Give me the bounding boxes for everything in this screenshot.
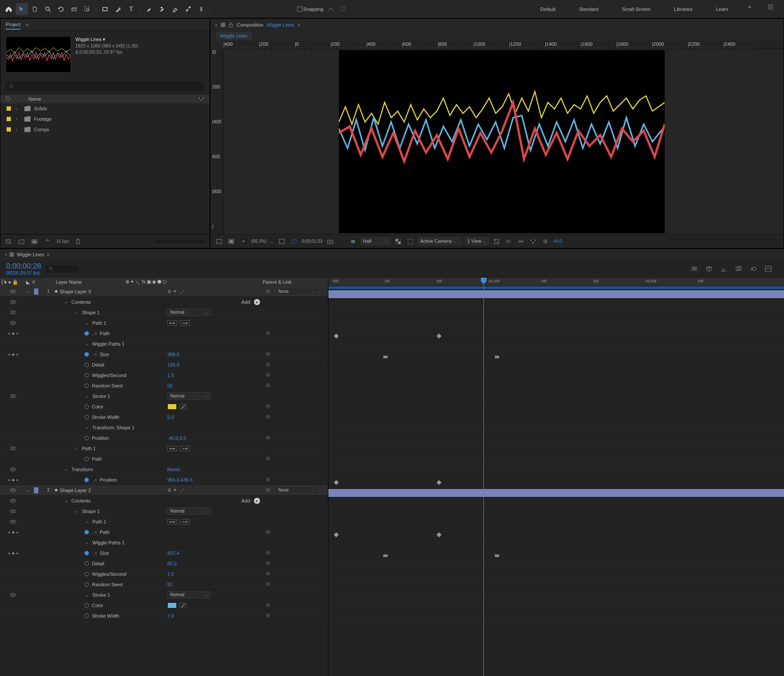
property-row[interactable]: ◂◆▸ ⩘Position 956.0,436.5 ◎ [0,475,328,485]
video-column-icon[interactable] [2,279,3,285]
guides-icon[interactable] [406,237,415,246]
keyframe-nav[interactable]: ◂◆▸ [0,331,26,336]
frame-blend-icon[interactable] [733,264,744,274]
current-time[interactable]: 0;00;00;28 [6,262,41,271]
playhead[interactable] [483,278,484,676]
lock-icon[interactable] [229,22,233,27]
path-button-icon[interactable]: ⟷ [167,320,177,326]
pickwhip-icon[interactable]: ◎ [266,529,273,535]
add-menu-icon[interactable]: ▸ [254,498,260,504]
draft3d-icon[interactable] [704,264,714,274]
pickwhip-icon[interactable]: ◎ [266,571,273,577]
property-row[interactable]: ⌄Path 1 ⟷⟶ [0,443,328,454]
composition-canvas[interactable] [339,50,665,233]
pickwhip-icon[interactable]: ◎ [266,476,273,483]
property-row[interactable]: ⌄Transform Reset [0,464,328,475]
text-tool-icon[interactable]: T [125,3,137,15]
roto-tool-icon[interactable] [182,3,194,15]
stopwatch-icon[interactable] [84,614,89,618]
stopwatch-icon[interactable] [84,384,89,388]
pen-tool-icon[interactable] [112,3,124,15]
visibility-icon[interactable] [10,520,16,523]
pickwhip-icon[interactable]: ◎ [266,455,273,462]
channel-icon[interactable] [348,237,357,246]
property-row[interactable]: Stroke Width 5.0 ◎ [0,412,328,422]
graph-icon[interactable]: ⩘ [92,530,97,535]
pickwhip-icon[interactable]: ◎ [266,581,273,588]
stopwatch-icon[interactable] [84,373,89,377]
home-icon[interactable] [3,3,15,15]
property-row[interactable]: Wiggles/Second 1.5 ◎ [0,569,328,579]
flowchart-icon[interactable] [529,237,537,246]
layer-row[interactable]: ⌄ 2 ★Shape Layer 2 ⊕✦／ ◎None⌄ [0,485,328,496]
property-row[interactable]: ⌄Path 1 ⟷⟶ [0,516,328,527]
stopwatch-icon[interactable] [84,551,89,555]
blend-mode-select[interactable]: Normal⌄ [167,591,211,598]
property-row[interactable]: Stroke Width 7.0 ◎ [0,611,328,621]
pickwhip-icon[interactable]: ◎ [266,351,273,357]
property-row[interactable]: ◂◆▸ ⩘Size 437.4 ◎ [0,548,328,558]
shy-icon[interactable] [719,264,729,274]
property-value[interactable]: 7.0 [167,613,174,618]
property-row[interactable]: ⌄Stroke 1 Normal⌄ [0,590,328,600]
bit-depth-icon[interactable] [43,237,52,246]
keyframe-nav[interactable]: ◂◆▸ [0,530,26,534]
property-row[interactable]: ⌄Path 1 ⟷⟶ [0,318,328,328]
interpret-footage-icon[interactable] [4,237,13,246]
path-button-icon[interactable]: ⟷ [167,519,177,524]
graph-editor-icon[interactable] [763,264,774,274]
visibility-icon[interactable] [10,489,16,492]
pickwhip-icon[interactable]: ◎ [266,403,273,410]
blend-mode-select[interactable]: Normal⌄ [167,309,211,316]
property-value[interactable]: 1.5 [167,373,174,378]
panel-menu-icon[interactable]: ≡ [298,22,301,27]
graph-icon[interactable]: ⩘ [92,550,97,556]
property-row[interactable]: ◂◆▸ ⩘Size 388.8 ◎ [0,349,328,360]
property-row[interactable]: Path ◎ [0,454,328,464]
visibility-icon[interactable] [10,499,16,503]
keyframe-nav[interactable]: ◂◆▸ [0,478,26,482]
stopwatch-icon[interactable] [84,582,89,587]
property-row[interactable]: Wiggles/Second 1.5 ◎ [0,370,328,380]
pickwhip-icon[interactable]: ◎ [266,602,273,608]
flowchart-tab[interactable]: Wiggle Lines [216,32,252,40]
overflow-icon[interactable]: » [748,4,751,14]
property-value[interactable]: 52 [167,582,172,587]
stopwatch-icon[interactable] [84,331,89,336]
keyframe-nav[interactable]: ◂◆▸ [0,551,26,555]
property-row[interactable]: Position -40.0,0.0 ◎ [0,433,328,443]
resolution-icon[interactable] [277,237,286,246]
trash-icon[interactable] [74,237,82,246]
property-value[interactable]: 388.8 [167,352,179,357]
visibility-icon[interactable] [10,290,16,293]
property-row[interactable]: ⌄Wiggle Paths 1 [0,339,328,349]
composition-thumbnail[interactable] [6,36,71,73]
visibility-icon[interactable] [10,311,16,314]
visibility-icon[interactable] [10,394,16,398]
pickwhip-icon[interactable]: ◎ [266,288,273,295]
new-comp-icon[interactable] [30,237,39,246]
rotate-tool-icon[interactable] [68,3,80,15]
workspace-standard[interactable]: Standard [575,4,602,14]
graph-icon[interactable]: ⩘ [92,331,97,336]
pixel-aspect-icon[interactable] [492,237,501,246]
visibility-icon[interactable] [10,300,16,304]
zoom-tool-icon[interactable] [42,3,54,15]
blend-mode-select[interactable]: Normal⌄ [167,392,211,400]
property-row[interactable]: ⌄Transform: Shape 1 [0,422,328,433]
property-value[interactable]: 85.0 [167,561,176,566]
property-value[interactable]: 5.0 [167,414,174,420]
stopwatch-icon[interactable] [84,530,89,534]
snapshot-icon[interactable] [326,237,335,246]
selection-tool-icon[interactable] [16,3,28,15]
exposure-value[interactable]: +0.0 [553,239,562,244]
stopwatch-icon[interactable] [84,457,89,461]
panel-menu-icon[interactable]: ≡ [26,22,28,27]
property-row[interactable]: Detail 85.0 ◎ [0,558,328,569]
workspace-libraries[interactable]: Libraries [671,4,696,14]
fast-preview-icon[interactable] [504,237,513,246]
stopwatch-icon[interactable] [84,436,89,440]
hand-tool-icon[interactable] [29,3,41,15]
eyedropper-icon[interactable] [179,404,186,409]
viewer-comp-name[interactable]: Wiggle Lines [267,22,294,27]
